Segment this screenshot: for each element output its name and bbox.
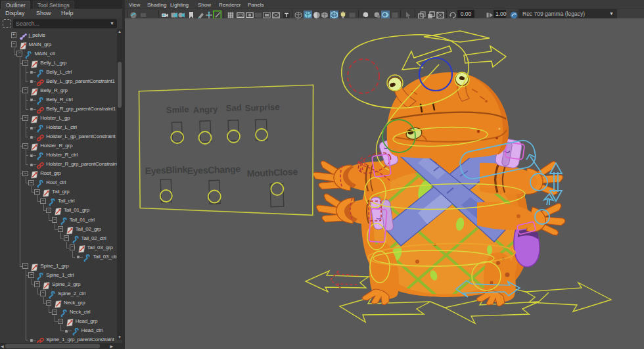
svg-text:EyesBlink: EyesBlink (145, 164, 187, 176)
svg-text:MouthClose: MouthClose (246, 166, 298, 179)
svg-text:Sad: Sad (226, 103, 242, 113)
svg-text:Smile: Smile (166, 105, 189, 115)
svg-text:Angry: Angry (193, 104, 219, 115)
svg-text:Surprise: Surprise (245, 102, 280, 113)
svg-text:EyesChange: EyesChange (187, 164, 241, 176)
